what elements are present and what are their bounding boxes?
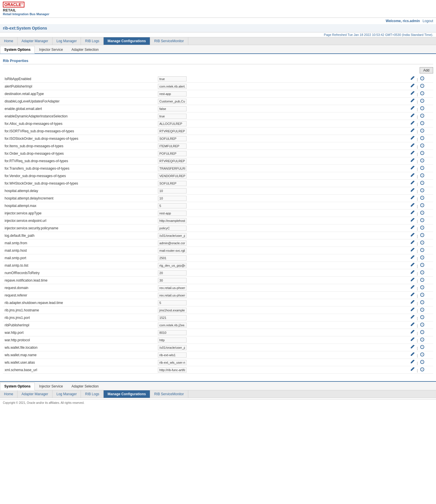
prop-value-input[interactable] bbox=[158, 226, 187, 231]
refresh-icon[interactable] bbox=[420, 322, 425, 327]
edit-icon[interactable] bbox=[410, 255, 415, 260]
prop-value-input[interactable] bbox=[158, 315, 187, 320]
refresh-icon[interactable] bbox=[420, 225, 425, 230]
main-nav-item-rib-servicemonitor[interactable]: RIB ServiceMonitor bbox=[150, 37, 188, 45]
edit-icon[interactable] bbox=[410, 143, 415, 148]
prop-value-input[interactable] bbox=[158, 367, 187, 373]
prop-value-input[interactable] bbox=[158, 129, 187, 134]
prop-value-input[interactable] bbox=[158, 323, 187, 328]
prop-value-input[interactable] bbox=[158, 241, 187, 246]
prop-value-input[interactable] bbox=[158, 188, 187, 193]
prop-value-input[interactable] bbox=[158, 308, 187, 313]
prop-value-input[interactable] bbox=[158, 278, 187, 283]
prop-value-input[interactable] bbox=[158, 166, 187, 171]
edit-icon[interactable] bbox=[410, 285, 415, 290]
refresh-icon[interactable] bbox=[420, 307, 425, 313]
prop-value-input[interactable] bbox=[158, 255, 187, 261]
main-nav-item-manage-configurations[interactable]: Manage Configurations bbox=[104, 37, 150, 45]
refresh-icon[interactable] bbox=[420, 98, 425, 104]
refresh-icon[interactable] bbox=[420, 113, 425, 119]
prop-value-input[interactable] bbox=[158, 173, 187, 179]
refresh-icon[interactable] bbox=[420, 106, 425, 111]
bottom-main-nav-item-rib-logs[interactable]: RIB Logs bbox=[81, 390, 103, 398]
prop-value-input[interactable] bbox=[158, 285, 187, 290]
refresh-icon[interactable] bbox=[420, 337, 425, 342]
prop-value-input[interactable] bbox=[158, 270, 187, 276]
refresh-icon[interactable] bbox=[420, 210, 425, 216]
refresh-icon[interactable] bbox=[420, 315, 425, 320]
refresh-icon[interactable] bbox=[420, 151, 425, 156]
main-nav-item-home[interactable]: Home bbox=[0, 37, 18, 45]
refresh-icon[interactable] bbox=[420, 91, 425, 96]
bottom-main-nav-item-log-manager[interactable]: Log Manager bbox=[53, 390, 81, 398]
edit-icon[interactable] bbox=[410, 322, 415, 327]
prop-value-input[interactable] bbox=[158, 151, 187, 156]
refresh-icon[interactable] bbox=[420, 188, 425, 193]
prop-value-input[interactable] bbox=[158, 248, 187, 253]
prop-value-input[interactable] bbox=[158, 99, 187, 104]
refresh-icon[interactable] bbox=[420, 121, 425, 126]
edit-icon[interactable] bbox=[410, 233, 415, 238]
prop-value-input[interactable] bbox=[158, 106, 187, 111]
main-nav-item-log-manager[interactable]: Log Manager bbox=[53, 37, 81, 45]
edit-icon[interactable] bbox=[410, 292, 415, 298]
edit-icon[interactable] bbox=[410, 337, 415, 342]
bottom-main-nav-item-rib-servicemonitor[interactable]: RIB ServiceMonitor bbox=[150, 390, 188, 398]
edit-icon[interactable] bbox=[410, 352, 415, 357]
bottom-sub-nav-item-system-options[interactable]: System Options bbox=[0, 383, 35, 390]
refresh-icon[interactable] bbox=[420, 181, 425, 186]
logout-link[interactable]: Logout bbox=[423, 19, 433, 23]
edit-icon[interactable] bbox=[410, 188, 415, 193]
prop-value-input[interactable] bbox=[158, 158, 187, 164]
prop-value-input[interactable] bbox=[158, 345, 187, 350]
bottom-sub-nav-item-injector-service[interactable]: Injector Service bbox=[35, 383, 67, 390]
prop-value-input[interactable] bbox=[158, 181, 187, 186]
edit-icon[interactable] bbox=[410, 270, 415, 275]
prop-value-input[interactable] bbox=[158, 218, 187, 223]
bottom-main-nav-item-home[interactable]: Home bbox=[0, 390, 18, 398]
prop-value-input[interactable] bbox=[158, 196, 187, 201]
edit-icon[interactable] bbox=[410, 300, 415, 305]
prop-value-input[interactable] bbox=[158, 300, 187, 305]
refresh-icon[interactable] bbox=[420, 292, 425, 298]
refresh-icon[interactable] bbox=[420, 285, 425, 290]
refresh-icon[interactable] bbox=[420, 158, 425, 163]
refresh-icon[interactable] bbox=[420, 352, 425, 357]
edit-icon[interactable] bbox=[410, 121, 415, 126]
refresh-icon[interactable] bbox=[420, 136, 425, 141]
refresh-icon[interactable] bbox=[420, 300, 425, 305]
prop-value-input[interactable] bbox=[158, 144, 187, 149]
prop-value-input[interactable] bbox=[158, 263, 187, 268]
edit-icon[interactable] bbox=[410, 173, 415, 178]
prop-value-input[interactable] bbox=[158, 293, 187, 298]
edit-icon[interactable] bbox=[410, 315, 415, 320]
prop-value-input[interactable] bbox=[158, 360, 187, 365]
edit-icon[interactable] bbox=[410, 367, 415, 372]
edit-icon[interactable] bbox=[410, 158, 415, 163]
refresh-icon[interactable] bbox=[420, 203, 425, 208]
prop-value-input[interactable] bbox=[158, 136, 187, 141]
prop-value-input[interactable] bbox=[158, 211, 187, 216]
refresh-icon[interactable] bbox=[420, 367, 425, 372]
refresh-icon[interactable] bbox=[420, 270, 425, 275]
refresh-icon[interactable] bbox=[420, 345, 425, 350]
refresh-icon[interactable] bbox=[420, 195, 425, 201]
edit-icon[interactable] bbox=[410, 84, 415, 89]
edit-icon[interactable] bbox=[410, 106, 415, 111]
refresh-icon[interactable] bbox=[420, 218, 425, 223]
edit-icon[interactable] bbox=[410, 278, 415, 283]
sub-nav-item-adapter-selection[interactable]: Adapter Selection bbox=[67, 46, 103, 53]
edit-icon[interactable] bbox=[410, 136, 415, 141]
sub-nav-item-injector-service[interactable]: Injector Service bbox=[35, 46, 67, 53]
bottom-main-nav-item-adapter-manager[interactable]: Adapter Manager bbox=[18, 390, 53, 398]
edit-icon[interactable] bbox=[410, 203, 415, 208]
edit-icon[interactable] bbox=[410, 166, 415, 171]
refresh-icon[interactable] bbox=[420, 248, 425, 253]
refresh-icon[interactable] bbox=[420, 143, 425, 148]
edit-icon[interactable] bbox=[410, 128, 415, 133]
edit-icon[interactable] bbox=[410, 181, 415, 186]
prop-value-input[interactable] bbox=[158, 352, 187, 358]
refresh-icon[interactable] bbox=[420, 255, 425, 260]
prop-value-input[interactable] bbox=[158, 114, 187, 119]
refresh-icon[interactable] bbox=[420, 76, 425, 81]
